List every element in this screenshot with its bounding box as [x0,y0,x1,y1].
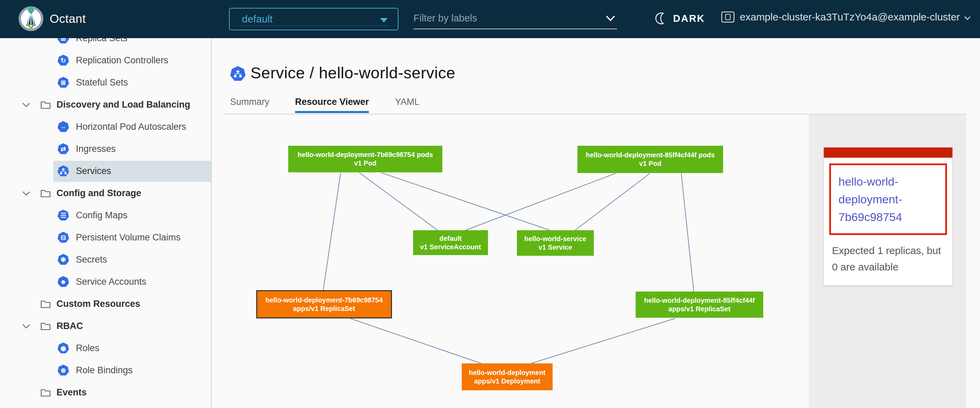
sidebar-group-label: Custom Resources [56,299,140,309]
resource-graph: hello-world-deployment-7b69c98754 pods v… [212,115,809,408]
namespace-value: default [242,13,272,25]
chevron-down-icon[interactable] [605,14,616,23]
octant-app: Octant default DARK example-cluster-ka3 [0,0,980,408]
chevron-down-icon[interactable] [22,323,30,329]
detail-panel: hello-world-deployment-7b69c98754 Expect… [809,115,966,408]
tab-yaml[interactable]: YAML [395,97,420,111]
persistent-volume-claims-icon: ⊟ [57,232,69,244]
graph-node-replicaset-7b69c98754[interactable]: hello-world-deployment-7b69c98754 apps/v… [256,290,392,319]
sidebar-item-events[interactable]: Events [0,381,212,403]
namespace-selector[interactable]: default [229,8,398,30]
folder-icon [40,100,51,110]
sidebar-item-label: Replication Controllers [76,55,169,66]
sidebar-item-label: Replica Sets [76,38,127,44]
sidebar-group-config-and-storage[interactable]: Config and Storage [0,182,212,204]
node-name: hello-world-deployment-7b69c98754 [257,296,391,304]
sidebar-group-discovery-and-load-balancing[interactable]: Discovery and Load Balancing [0,94,212,116]
cluster-icon [721,10,735,24]
graph-node-service-hello-world-service[interactable]: hello-world-service v1 Service [517,230,594,256]
sidebar-item-roles[interactable]: ◉ Roles [0,337,212,359]
graph-node-deployment-hello-world-deployment[interactable]: hello-world-deployment apps/v1 Deploymen… [462,363,553,390]
namespace-underline [239,26,389,26]
sidebar-item-replica-sets[interactable]: ⊞ Replica Sets [0,38,212,49]
sidebar-item-label: Persistent Volume Claims [76,232,181,243]
sidebar-item-label: Horizontal Pod Autoscalers [76,121,186,132]
chevron-down-icon[interactable] [22,102,30,108]
top-navbar: Octant default DARK example-cluster-ka3 [0,0,980,38]
tab-summary[interactable]: Summary [230,97,269,111]
sidebar-item-label: Config Maps [76,210,127,221]
node-kind: v1 Pod [288,159,442,167]
sidebar-item-label: Stateful Sets [76,77,128,88]
sidebar-item-label: Ingresses [76,144,116,154]
status-bar-error [824,147,953,158]
tab-resource-viewer[interactable]: Resource Viewer [295,97,369,113]
chevron-down-icon[interactable] [22,190,30,196]
sidebar-group-label: Events [56,387,87,398]
sidebar-item-secrets[interactable]: ✱ Secrets [0,249,212,271]
graph-node-pod-7b69c98754[interactable]: hello-world-deployment-7b69c98754 pods v… [288,146,442,172]
node-name: hello-world-deployment-85ff4cf44f [636,296,763,305]
label-filter-input[interactable] [414,10,597,27]
status-message: Expected 1 replicas, but 0 are available [824,235,953,285]
node-kind: apps/v1 ReplicaSet [636,305,763,313]
node-name: hello-world-deployment-7b69c98754 pods [288,151,442,159]
service-accounts-icon: ☻ [57,276,69,288]
folder-icon [40,189,51,198]
sidebar-group-label: RBAC [56,321,83,332]
context-label: example-cluster-ka3TuTzYo4a@example-clus… [740,11,960,23]
sidebar-item-label: Roles [76,343,99,354]
sidebar-item-ingresses[interactable]: ⇄ Ingresses [0,138,212,160]
sidebar-item-config-maps[interactable]: ☰ Config Maps [0,204,212,226]
stateful-sets-icon: ≣ [57,77,69,89]
app-title: Octant [50,12,86,26]
sidebar-item-service-accounts[interactable]: ☻ Service Accounts [0,271,212,293]
sidebar-item-label: Role Bindings [76,365,133,376]
sidebar-item-persistent-volume-claims[interactable]: ⊟ Persistent Volume Claims [0,226,212,249]
sidebar-group-label: Config and Storage [56,188,141,199]
role-bindings-icon: ⊛ [57,365,69,376]
context-selector[interactable]: example-cluster-ka3TuTzYo4a@example-clus… [721,10,972,24]
ingresses-icon: ⇄ [57,143,69,155]
brand[interactable]: Octant [17,5,86,33]
node-kind: v1 Service [517,243,594,252]
node-name: hello-world-deployment-85ff4cf44f pods [578,151,723,159]
theme-toggle-label: DARK [673,13,705,24]
octant-logo-icon [17,5,45,33]
node-kind: apps/v1 ReplicaSet [257,304,391,313]
node-name: default [413,234,488,243]
services-icon [57,166,69,177]
sidebar-item-custom-resources[interactable]: Custom Resources [0,293,212,315]
replica-sets-icon: ⊞ [57,38,69,44]
secrets-icon: ✱ [57,254,69,266]
resource-link[interactable]: hello-world-deployment-7b69c98754 [838,173,943,226]
error-alert-box: hello-world-deployment-7b69c98754 [829,164,947,235]
page-title: Service / hello-world-service [250,63,455,82]
sidebar-item-horizontal-pod-autoscalers[interactable]: ⇔ Horizontal Pod Autoscalers [0,116,212,138]
graph-node-replicaset-85ff4cf44f[interactable]: hello-world-deployment-85ff4cf44f apps/v… [636,292,763,318]
node-kind: apps/v1 Deployment [462,377,553,386]
node-name: hello-world-deployment [462,368,553,377]
node-name: hello-world-service [517,235,594,243]
sidebar-group-label: Discovery and Load Balancing [56,99,190,110]
sidebar-item-stateful-sets[interactable]: ≣ Stateful Sets [0,72,212,94]
chevron-down-icon [963,15,972,21]
theme-toggle[interactable]: DARK [654,11,705,26]
node-kind: v1 Pod [578,159,723,168]
sidebar-item-replication-controllers[interactable]: ↻ Replication Controllers [0,49,212,72]
graph-node-serviceaccount-default[interactable]: default v1 ServiceAccount [413,230,488,255]
config-maps-icon: ☰ [57,210,69,222]
roles-icon: ◉ [57,343,69,354]
sidebar-item-label: Service Accounts [76,277,146,287]
sidebar-item-services[interactable]: Services [0,160,212,182]
graph-node-pod-85ff4cf44f[interactable]: hello-world-deployment-85ff4cf44f pods v… [578,146,723,173]
label-filter [414,10,617,29]
resource-status-card: hello-world-deployment-7b69c98754 Expect… [824,147,953,285]
sidebar-item-role-bindings[interactable]: ⊛ Role Bindings [0,359,212,381]
moon-icon [654,11,669,26]
sidebar-item-label: Secrets [76,254,107,265]
caret-down-icon [380,18,388,22]
sidebar-item-label: Services [76,166,111,177]
sidebar-nav: ⊞ Replica Sets ↻ Replication Controllers… [0,38,212,408]
sidebar-group-rbac[interactable]: RBAC [0,315,212,337]
